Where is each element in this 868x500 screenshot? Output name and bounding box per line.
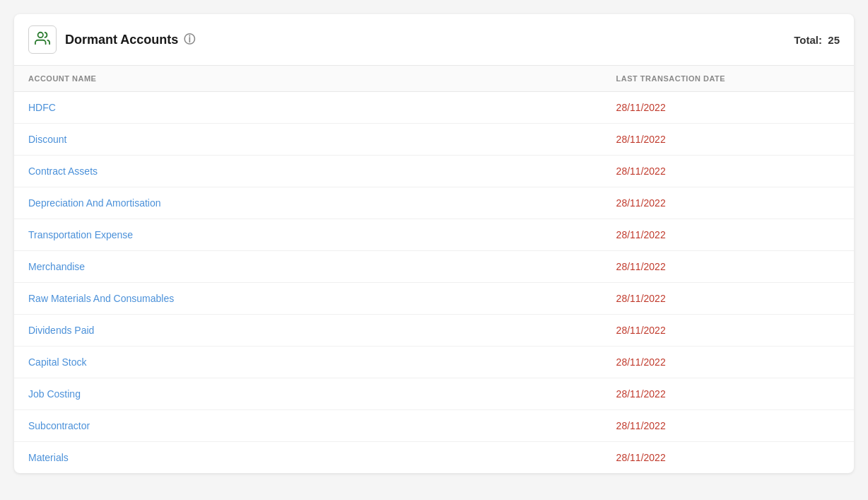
page-title: Dormant Accounts ⓘ [65, 33, 195, 47]
table-row: Contract Assets28/11/2022 [14, 156, 854, 187]
table-row: HDFC28/11/2022 [14, 92, 854, 124]
card-header: Dormant Accounts ⓘ Total: 25 [14, 14, 854, 66]
total-value: 25 [828, 34, 840, 46]
account-name-link[interactable]: Subcontractor [28, 420, 90, 431]
svg-point-0 [38, 32, 43, 37]
dormant-accounts-card: Dormant Accounts ⓘ Total: 25 ACCOUNT NAM… [14, 14, 854, 473]
transaction-date: 28/11/2022 [602, 378, 854, 410]
title-text: Dormant Accounts [65, 33, 178, 47]
account-name-link[interactable]: Discount [28, 134, 66, 145]
table-row: Materials28/11/2022 [14, 442, 854, 474]
column-header-date: LAST TRANSACTION DATE [602, 66, 854, 92]
transaction-date: 28/11/2022 [602, 410, 854, 442]
table-row: Raw Materials And Consumables28/11/2022 [14, 283, 854, 315]
account-name-link[interactable]: Capital Stock [28, 356, 86, 368]
account-name-link[interactable]: HDFC [28, 102, 56, 113]
transaction-date: 28/11/2022 [602, 283, 854, 315]
table-row: Capital Stock28/11/2022 [14, 347, 854, 378]
transaction-date: 28/11/2022 [602, 442, 854, 474]
account-name-link[interactable]: Job Costing [28, 388, 81, 400]
account-name-link[interactable]: Depreciation And Amortisation [28, 197, 161, 209]
account-name-link[interactable]: Merchandise [28, 261, 85, 272]
transaction-date: 28/11/2022 [602, 156, 854, 187]
table-row: Merchandise28/11/2022 [14, 251, 854, 283]
table-row: Transportation Expense28/11/2022 [14, 219, 854, 251]
transaction-date: 28/11/2022 [602, 187, 854, 219]
account-name-link[interactable]: Materials [28, 452, 69, 463]
table-row: Subcontractor28/11/2022 [14, 410, 854, 442]
transaction-date: 28/11/2022 [602, 124, 854, 156]
transaction-date: 28/11/2022 [602, 251, 854, 283]
account-name-link[interactable]: Contract Assets [28, 165, 98, 177]
account-name-link[interactable]: Dividends Paid [28, 325, 94, 336]
table-row: Depreciation And Amortisation28/11/2022 [14, 187, 854, 219]
accounts-table: ACCOUNT NAME LAST TRANSACTION DATE HDFC2… [14, 66, 854, 473]
person-icon [35, 30, 50, 50]
table-row: Job Costing28/11/2022 [14, 378, 854, 410]
transaction-date: 28/11/2022 [602, 347, 854, 378]
transaction-date: 28/11/2022 [602, 315, 854, 347]
column-header-account: ACCOUNT NAME [14, 66, 602, 92]
account-icon-box [28, 25, 57, 54]
info-icon[interactable]: ⓘ [184, 33, 195, 47]
total-label: Total: [794, 34, 822, 46]
account-name-link[interactable]: Transportation Expense [28, 229, 133, 240]
account-name-link[interactable]: Raw Materials And Consumables [28, 293, 174, 304]
table-row: Discount28/11/2022 [14, 124, 854, 156]
table-row: Dividends Paid28/11/2022 [14, 315, 854, 347]
transaction-date: 28/11/2022 [602, 219, 854, 251]
transaction-date: 28/11/2022 [602, 92, 854, 124]
header-left: Dormant Accounts ⓘ [28, 25, 195, 54]
total-count: Total: 25 [794, 34, 840, 46]
table-header-row: ACCOUNT NAME LAST TRANSACTION DATE [14, 66, 854, 92]
